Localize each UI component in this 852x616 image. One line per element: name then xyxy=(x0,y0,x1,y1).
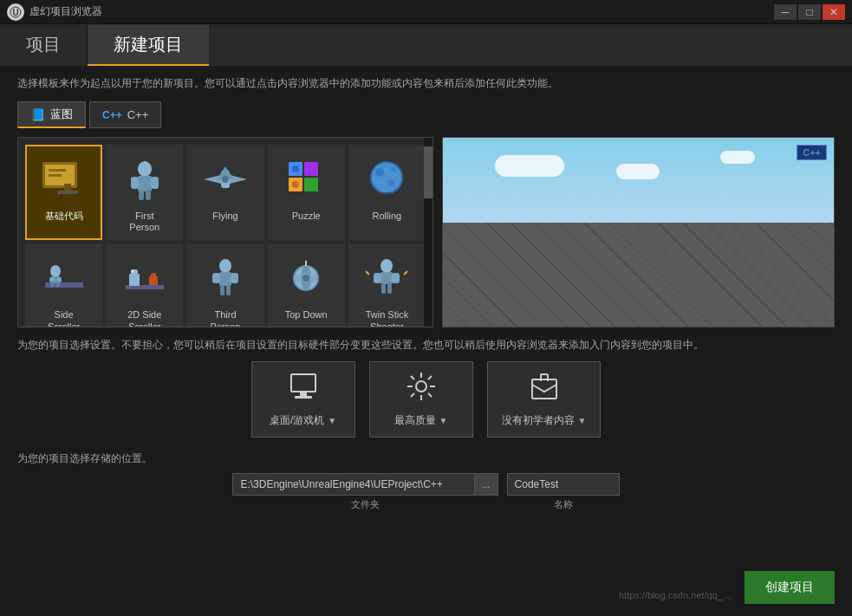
svg-rect-45 xyxy=(212,273,220,283)
folder-field: ... 文件夹 xyxy=(232,473,498,511)
svg-rect-13 xyxy=(146,190,151,200)
svg-rect-9 xyxy=(138,176,152,191)
folder-label: 文件夹 xyxy=(232,498,498,511)
sub-tabs: 📘 蓝图 C++ C++ xyxy=(17,101,835,128)
preview-cloud-2 xyxy=(616,164,660,179)
minimize-button[interactable]: ─ xyxy=(774,4,797,20)
ue-logo: U xyxy=(7,3,24,21)
template-top-down-label: Top Down xyxy=(285,309,328,321)
template-scrollbar-thumb[interactable] xyxy=(424,146,433,198)
svg-point-54 xyxy=(380,259,393,273)
svg-line-69 xyxy=(411,376,414,379)
template-grid-container: 基础代码 FirstPerson xyxy=(17,137,433,327)
project-name-input[interactable] xyxy=(507,473,620,496)
main-content: 选择模板来作为起点以用于您的新项目。您可以通过点击内容浏览器中的添加功能或内容包… xyxy=(0,66,852,522)
svg-rect-21 xyxy=(304,162,318,176)
tab-projects[interactable]: 项目 xyxy=(0,24,88,66)
quality-label-row: 最高质量 ▼ xyxy=(394,413,448,428)
location-row: ... 文件夹 名称 xyxy=(17,473,835,511)
title-bar: U 虚幻项目浏览器 ─ □ ✕ xyxy=(0,0,852,24)
svg-point-25 xyxy=(371,162,402,193)
description-text: 选择模板来作为起点以用于您的新项目。您可以通过点击内容浏览器中的添加功能或内容包… xyxy=(17,76,835,91)
svg-rect-12 xyxy=(139,190,144,200)
template-twin-stick-icon xyxy=(359,250,414,306)
tab-blueprint[interactable]: 📘 蓝图 xyxy=(17,101,86,128)
svg-rect-42 xyxy=(151,273,156,278)
svg-line-60 xyxy=(366,271,369,275)
template-2d-side-scroller-icon xyxy=(117,250,172,306)
svg-point-52 xyxy=(302,275,309,282)
svg-rect-5 xyxy=(57,191,78,194)
quality-label: 最高质量 xyxy=(394,413,436,428)
platform-label: 桌面/游戏机 xyxy=(270,413,324,428)
svg-rect-10 xyxy=(131,177,139,189)
preview-sky xyxy=(443,138,834,223)
settings-quality[interactable]: 最高质量 ▼ xyxy=(369,361,473,438)
preview-cloud-1 xyxy=(495,155,564,177)
template-basic[interactable]: 基础代码 xyxy=(25,145,102,240)
template-rolling[interactable]: Rolling xyxy=(348,145,426,240)
svg-rect-59 xyxy=(387,283,392,294)
platform-arrow: ▼ xyxy=(328,416,336,425)
svg-point-31 xyxy=(50,265,61,277)
template-first-person-label: FirstPerson xyxy=(129,211,159,233)
template-first-person-icon xyxy=(117,152,172,207)
template-flying[interactable]: Flying xyxy=(186,145,263,240)
template-third-person[interactable]: ThirdPerson xyxy=(186,243,263,327)
template-top-down-icon xyxy=(278,250,334,306)
svg-point-73 xyxy=(416,381,426,392)
svg-rect-57 xyxy=(392,273,400,283)
template-puzzle[interactable]: Puzzle xyxy=(268,145,345,240)
folder-input[interactable] xyxy=(232,473,475,496)
svg-rect-64 xyxy=(295,396,312,399)
svg-rect-36 xyxy=(56,282,60,287)
starter-arrow: ▼ xyxy=(578,416,587,425)
template-scrollbar[interactable] xyxy=(424,138,433,327)
name-field: 名称 xyxy=(507,473,620,511)
svg-rect-30 xyxy=(45,282,83,288)
watermark: https://blog.csdn.net/qq_... xyxy=(619,590,731,600)
tab-new-project[interactable]: 新建项目 xyxy=(88,24,209,66)
svg-rect-46 xyxy=(231,273,238,283)
tab-cpp[interactable]: C++ C++ xyxy=(89,101,161,128)
svg-rect-6 xyxy=(49,169,66,172)
template-side-scroller[interactable]: SideScroller xyxy=(25,243,102,327)
template-first-person[interactable]: FirstPerson xyxy=(106,145,183,240)
footer: 创建项目 xyxy=(745,571,835,604)
close-button[interactable]: ✕ xyxy=(823,4,845,20)
svg-point-18 xyxy=(222,176,229,183)
settings-starter[interactable]: 没有初学者内容 ▼ xyxy=(487,361,602,438)
svg-point-27 xyxy=(387,179,394,186)
template-top-down[interactable]: Top Down xyxy=(268,243,345,327)
main-tabs: 项目 新建项目 xyxy=(0,24,852,66)
maximize-button[interactable]: □ xyxy=(798,4,821,20)
svg-rect-44 xyxy=(219,272,231,286)
quality-arrow: ▼ xyxy=(439,416,448,425)
cpp-icon: C++ xyxy=(102,109,122,121)
svg-point-8 xyxy=(138,161,152,177)
create-project-button[interactable]: 创建项目 xyxy=(745,571,835,604)
svg-point-43 xyxy=(219,259,231,273)
blueprint-icon: 📘 xyxy=(30,107,45,121)
folder-browse-button[interactable]: ... xyxy=(475,473,498,496)
preview-cloud-3 xyxy=(720,151,755,164)
starter-label-row: 没有初学者内容 ▼ xyxy=(502,413,587,428)
svg-point-40 xyxy=(131,269,134,273)
svg-rect-11 xyxy=(151,177,159,189)
svg-point-23 xyxy=(292,165,299,172)
folder-input-row: ... xyxy=(232,473,498,496)
settings-platform[interactable]: 桌面/游戏机 ▼ xyxy=(251,361,355,438)
svg-line-61 xyxy=(404,271,407,275)
svg-rect-58 xyxy=(381,283,386,294)
template-twin-stick[interactable]: Twin StickShooter xyxy=(348,243,426,327)
template-2d-side-scroller[interactable]: 2D SideScroller xyxy=(106,243,183,327)
starter-label: 没有初学者内容 xyxy=(502,413,575,428)
svg-point-29 xyxy=(371,192,402,198)
template-basic-label: 基础代码 xyxy=(45,211,83,222)
svg-rect-63 xyxy=(300,392,307,396)
svg-rect-35 xyxy=(51,282,55,287)
quality-icon xyxy=(406,371,437,408)
template-grid: 基础代码 FirstPerson xyxy=(18,138,433,327)
template-side-scroller-icon xyxy=(36,250,92,306)
template-flying-label: Flying xyxy=(212,211,237,222)
